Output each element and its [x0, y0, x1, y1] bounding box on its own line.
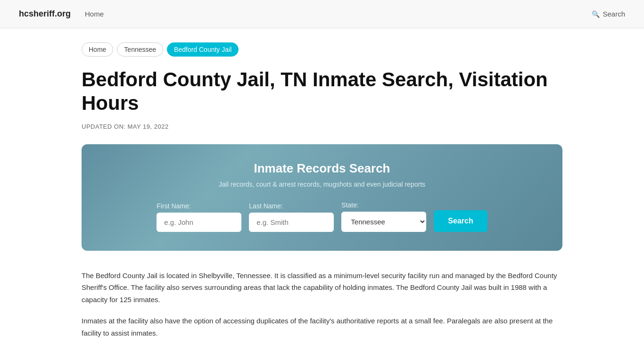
page-title: Bedford County Jail, TN Inmate Search, V…: [82, 68, 562, 115]
last-name-label: Last Name:: [249, 202, 334, 210]
state-label: State:: [341, 201, 426, 209]
last-name-group: Last Name:: [249, 202, 334, 232]
body-paragraph-2: Inmates at the facility also have the op…: [82, 315, 562, 339]
first-name-input[interactable]: [157, 213, 241, 232]
updated-date-value: MAY 19, 2022: [128, 123, 169, 130]
last-name-input[interactable]: [249, 213, 334, 232]
updated-prefix: UPDATED ON:: [82, 123, 125, 130]
first-name-group: First Name:: [157, 202, 241, 232]
state-group: State: Tennessee Alabama Georgia Kentuck…: [341, 201, 426, 232]
first-name-label: First Name:: [157, 202, 241, 210]
breadcrumb: Home Tennessee Bedford County Jail: [82, 42, 562, 57]
breadcrumb-tennessee[interactable]: Tennessee: [117, 42, 163, 57]
site-logo[interactable]: hcsheriff.org: [19, 9, 71, 19]
updated-date: UPDATED ON: MAY 19, 2022: [82, 123, 562, 130]
nav-left: hcsheriff.org Home: [19, 9, 104, 19]
breadcrumb-home[interactable]: Home: [82, 42, 113, 57]
search-form: First Name: Last Name: State: Tennessee …: [100, 201, 544, 232]
nav-search-label: Search: [603, 10, 625, 18]
inmate-search-widget: Inmate Records Search Jail records, cour…: [82, 144, 562, 251]
body-paragraph-1: The Bedford County Jail is located in Sh…: [82, 270, 562, 306]
search-widget-subtitle: Jail records, court & arrest records, mu…: [100, 181, 544, 188]
breadcrumb-bedford-county-jail[interactable]: Bedford County Jail: [167, 42, 239, 57]
nav-search-button[interactable]: 🔍 Search: [592, 10, 625, 18]
search-widget-title: Inmate Records Search: [100, 161, 544, 176]
navigation: hcsheriff.org Home 🔍 Search: [0, 0, 644, 28]
search-icon: 🔍: [592, 10, 600, 18]
state-select[interactable]: Tennessee Alabama Georgia Kentucky Virgi…: [341, 212, 426, 232]
main-content: Home Tennessee Bedford County Jail Bedfo…: [63, 28, 581, 362]
search-button[interactable]: Search: [434, 210, 487, 232]
nav-home-link[interactable]: Home: [85, 10, 104, 18]
